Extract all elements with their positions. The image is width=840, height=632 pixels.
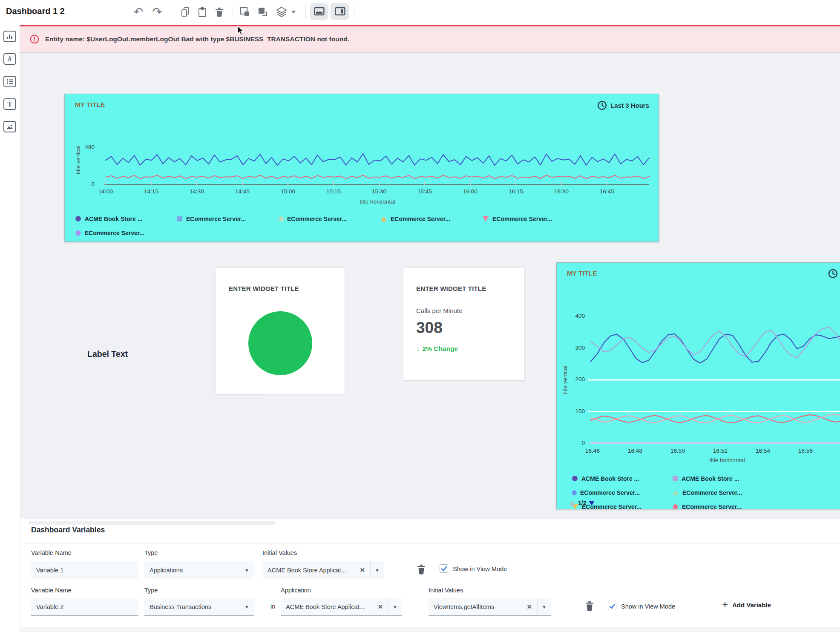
timeseries-widget-2[interactable]: MY TITLE ACME Book Store ...ACME Book St… [556,262,840,509]
legend-item[interactable]: ACME Book Store ... [673,471,773,485]
legend-item[interactable]: ACME Book Store ... [75,212,177,226]
legend-item[interactable]: ECommerce Server... [381,212,483,226]
initial-values-token[interactable]: ACME Book Store Applicat...✕ [262,561,370,579]
chart-widget-icon[interactable] [3,31,16,42]
legend-item[interactable]: ECommerce Server... [673,485,773,500]
chart-line-series [591,415,840,423]
legend-item[interactable]: ACME Book Store ... [572,471,673,485]
legend-marker-diamond [571,489,577,495]
delete-icon[interactable] [212,4,227,20]
widget-palette-sidebar: # T [0,25,20,519]
x-axis-tick-label: 16:15 [509,188,523,195]
variable-name-input[interactable]: Variable 1 [31,561,138,579]
panel-scrollbar[interactable] [29,521,276,525]
chart-line-series [591,334,840,363]
widget-title: MY TITLE [567,270,597,277]
chart-line-series [106,175,649,178]
y-axis-title: title vertical [75,132,81,188]
legend-marker-diamond [278,215,284,221]
initial-values-dropdown[interactable]: ▼ [537,598,551,616]
group-icon[interactable] [238,4,252,20]
variable-name-input[interactable]: Variable 2 [31,598,138,616]
show-in-view-mode-label: Show in View Mode [621,603,675,610]
toolbar-separator [305,5,306,19]
x-axis-tick-label: 16:00 [463,188,478,195]
toggle-bottom-panel-button[interactable] [310,3,328,20]
y-axis-tick-label: 100 [557,408,585,414]
x-axis-tick-label: 16:52 [713,448,728,454]
legend-item[interactable]: ECommerce Server... [279,212,381,226]
image-widget-icon[interactable] [3,121,16,132]
initial-values-token[interactable]: ViewItems.getAllItems✕ [429,598,537,616]
legend-item[interactable]: ECommerce Server... [673,500,773,509]
legend-label: ECommerce Server... [85,230,144,236]
copy-icon[interactable] [178,4,193,20]
show-in-view-mode-label: Show in View Mode [453,566,507,572]
y-axis-title: title vertical [562,350,568,410]
error-message: Entity name: $UserLogOut.memberLogOut Ba… [45,35,349,43]
x-axis-title: title horizontal [709,457,745,463]
undo-icon[interactable]: ↶ [131,4,146,20]
toolbar-separator [233,5,233,19]
label-widget[interactable]: Label Text [87,349,128,359]
legend-item[interactable]: ECommerce Server... [177,212,279,226]
legend-marker-triangle-up [381,216,387,221]
paste-icon[interactable] [195,4,210,20]
chevron-down-icon[interactable]: ▼ [245,604,249,609]
x-axis-tick-label: 14:15 [144,188,158,195]
x-axis-tick-label: 16:48 [628,448,642,454]
delete-variable-icon[interactable] [416,564,426,575]
chart-line-series [106,154,649,166]
legend-label: ECommerce Server... [492,215,552,222]
type-select[interactable]: Applications▼ [144,561,254,579]
legend-label: ECommerce Server... [391,215,450,222]
clock-icon [828,269,838,279]
legend-pager: 1/2 [570,500,595,506]
delete-variable-icon[interactable] [584,600,595,612]
chevron-down-icon[interactable]: ▼ [245,568,249,573]
error-icon [30,34,39,44]
legend-page-down-icon[interactable] [589,501,595,506]
text-widget-icon[interactable]: T [3,98,16,110]
ungroup-icon[interactable] [256,4,270,20]
add-variable-button[interactable]: + Add Variable [722,600,771,610]
application-dropdown[interactable]: ▼ [388,598,402,616]
redo-icon[interactable]: ↷ [150,4,164,20]
show-in-view-mode-checkbox[interactable] [608,602,616,610]
legend-page-up-icon[interactable] [570,501,575,506]
application-label: Application [281,587,311,594]
health-status-circle [248,311,312,375]
toolbar-separator [354,5,354,19]
remove-value-icon[interactable]: ✕ [526,603,532,611]
layers-icon[interactable] [274,4,289,20]
type-label: Type [144,549,158,556]
application-token[interactable]: ACME Book Store Applicat...✕ [281,598,388,616]
toolbar-separator [174,5,174,19]
timeseries-widget-1[interactable]: MY TITLE Last 3 Hours ACME Book Store ..… [64,94,659,242]
metric-widget-icon[interactable]: # [3,53,16,65]
time-range-control[interactable] [828,269,838,279]
list-widget-icon[interactable] [3,76,16,87]
remove-value-icon[interactable]: ✕ [360,566,365,574]
legend-item[interactable]: ECommerce Server... [572,485,673,500]
metric-widget[interactable]: ENTER WIDGET TITLE Calls per Minute 308 … [403,268,524,380]
legend-item[interactable]: ECommerce Server... [483,212,584,226]
time-range-control[interactable]: Last 3 Hours [597,101,649,110]
show-in-view-mode-checkbox[interactable] [440,564,448,573]
type-select[interactable]: Business Transactions▼ [144,598,254,616]
legend-item[interactable]: ECommerce Server... [75,226,177,240]
y-axis-tick-label: 200 [557,376,585,382]
chart-legend: ACME Book Store ...ACME Book Store ...EC… [557,471,840,509]
y-axis-tick-label: 0 [557,440,585,446]
toolbar: Dashboard 1 2 ↶ ↷ [0,0,840,25]
layers-dropdown-icon[interactable] [290,4,297,20]
legend-label: ECommerce Server... [287,215,347,222]
legend-marker-circle [75,216,81,221]
x-axis-tick-label: 16:56 [798,448,813,454]
legend-label: ECommerce Server... [580,489,640,496]
initial-values-dropdown[interactable]: ▼ [370,561,384,579]
toggle-right-panel-button[interactable] [331,3,349,20]
y-axis-tick-label: 300 [557,345,585,351]
remove-value-icon[interactable]: ✕ [377,603,383,611]
health-widget[interactable]: ENTER WIDGET TITLE [216,268,345,394]
